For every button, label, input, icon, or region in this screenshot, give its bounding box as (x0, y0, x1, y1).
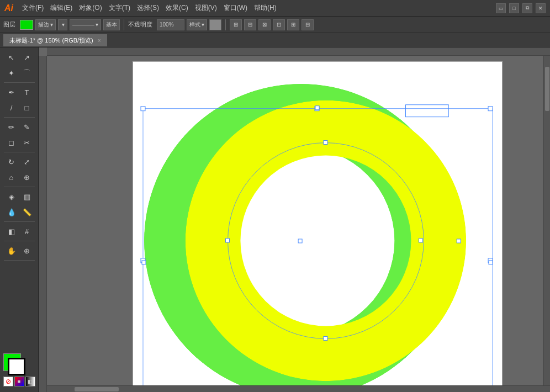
tool-sep2 (4, 117, 35, 118)
magic-wand-tool[interactable]: ✦ (4, 65, 19, 81)
tool-row-9: ◈ ▥ (4, 189, 35, 204)
svg-point-2 (186, 100, 466, 381)
align-btn1[interactable]: ⊞ (230, 19, 242, 30)
hand-tool[interactable]: ✋ (4, 243, 19, 258)
align-btn5[interactable]: ⊞ (287, 19, 299, 30)
menu-effect[interactable]: 效果(C) (166, 3, 188, 13)
svg-point-0 (144, 84, 458, 392)
paintbrush-tool[interactable]: ✏ (4, 119, 19, 135)
chart-tool[interactable]: ▥ (19, 189, 35, 204)
pen-tool[interactable]: ✒ (4, 84, 19, 100)
svg-rect-21 (406, 105, 449, 117)
tool-row-11: ◧ # (4, 224, 35, 239)
dropdown-arrow2: ▾ (62, 22, 65, 28)
style-option-dropdown[interactable]: 样式 ▾ (187, 19, 207, 30)
menu-view[interactable]: 视图(V) (195, 3, 217, 13)
svg-rect-9 (488, 107, 493, 111)
style-color-btn[interactable] (209, 19, 221, 30)
app-logo: Ai (4, 3, 13, 13)
opacity-label: 不透明度 (128, 20, 152, 29)
tool-row-10: 💧 📏 (4, 204, 35, 220)
free-transform-tool[interactable]: ⊕ (19, 169, 35, 185)
vertical-scrollbar[interactable] (543, 56, 550, 385)
align-btn4[interactable]: ⊡ (273, 19, 285, 30)
color-mode-btn[interactable]: ■ (14, 377, 24, 386)
stroke-width-dropdown[interactable]: ———— ▾ (70, 19, 101, 30)
align-btn2[interactable]: ⊟ (244, 19, 256, 30)
tool-sep6 (4, 241, 35, 241)
svg-point-5 (144, 84, 458, 392)
scissors-tool[interactable]: ✂ (19, 135, 35, 150)
document-tab[interactable]: 未标题-1* @ 150% (RGB/预览) × (3, 34, 107, 46)
type-tool[interactable]: T (19, 84, 35, 100)
stroke-dropdown[interactable]: 描边 ▾ (35, 19, 56, 30)
v-scrollbar-thumb[interactable] (545, 67, 549, 111)
zoom-tool[interactable]: ⊕ (19, 243, 35, 258)
tool-row-2: ✦ ⌒ (4, 65, 35, 81)
svg-rect-15 (488, 258, 493, 263)
rotate-tool[interactable]: ↻ (4, 154, 19, 169)
menu-file[interactable]: 文件(F) (22, 3, 44, 13)
eyedropper-tool[interactable]: 💧 (4, 204, 19, 220)
arrange-button[interactable]: ⧉ (522, 3, 532, 13)
stroke-swatch[interactable] (8, 358, 25, 375)
svg-rect-27 (457, 239, 461, 243)
stroke-type-dropdown[interactable]: ▾ (58, 19, 67, 30)
canvas-area (39, 47, 550, 392)
svg-rect-18 (419, 239, 422, 242)
stroke-label: 描边 (38, 21, 49, 29)
gradient-tool[interactable]: ◧ (4, 224, 19, 239)
direct-selection-tool[interactable]: ↗ (19, 50, 35, 65)
style-dropdown[interactable]: 基本 (103, 19, 120, 30)
tool-sep5 (4, 221, 35, 222)
pencil-tool[interactable]: ✎ (19, 119, 35, 135)
maximize-button[interactable]: □ (509, 3, 519, 13)
svg-point-1 (208, 147, 395, 335)
align-btn6[interactable]: ⊟ (302, 19, 314, 30)
svg-rect-20 (324, 336, 327, 340)
color-swatches: ⊘ ■ ◧ (0, 350, 39, 390)
tab-title: 未标题-1* @ 150% (RGB/预览) (9, 36, 93, 45)
color-mode-row: ⊘ ■ ◧ (3, 377, 35, 386)
menu-object[interactable]: 对象(O) (79, 3, 102, 13)
tool-row-1: ↖ ↗ (4, 50, 35, 65)
svg-point-6 (186, 100, 466, 381)
menu-help[interactable]: 帮助(H) (254, 3, 277, 13)
tab-close-btn[interactable]: × (98, 38, 101, 44)
opacity-input[interactable] (157, 19, 184, 30)
toolbar-sep1 (124, 19, 124, 30)
close-button[interactable]: ✕ (536, 3, 546, 13)
style-label: 样式 (189, 21, 200, 29)
rect-tool[interactable]: □ (19, 100, 35, 115)
minimize-button[interactable]: ▭ (496, 3, 506, 13)
svg-rect-8 (141, 107, 145, 111)
blend-tool[interactable]: ◈ (4, 189, 19, 204)
tool-row-3: ✒ T (4, 84, 35, 100)
menu-edit[interactable]: 编辑(E) (50, 3, 72, 13)
lasso-tool[interactable]: ⌒ (19, 65, 35, 81)
measure-tool[interactable]: 📏 (19, 204, 35, 220)
fill-color-box[interactable] (20, 20, 33, 30)
title-bar: Ai 文件(F) 编辑(E) 对象(O) 文字(T) 选择(S) 效果(C) 视… (0, 0, 550, 17)
toolbox: ↖ ↗ ✦ ⌒ ✒ T / □ ✏ ✎ ◻ ✂ ↻ ⤢ ⌂ (0, 47, 39, 392)
gradient-mode-btn[interactable]: ◧ (25, 377, 35, 386)
eraser-tool[interactable]: ◻ (4, 135, 19, 150)
svg-point-4 (144, 84, 458, 392)
scale-tool[interactable]: ⤢ (19, 154, 35, 169)
menu-window[interactable]: 窗口(W) (224, 3, 247, 13)
menu-type[interactable]: 文字(T) (109, 3, 130, 13)
tool-sep7 (4, 260, 35, 261)
fill-none-btn[interactable]: ⊘ (3, 377, 13, 386)
artboard[interactable] (133, 61, 503, 392)
dropdown-arrow: ▾ (50, 22, 53, 28)
menu-select[interactable]: 选择(S) (137, 3, 159, 13)
warp-tool[interactable]: ⌂ (4, 169, 19, 185)
align-btn3[interactable]: ⊠ (258, 19, 271, 30)
svg-rect-22 (142, 261, 146, 264)
selection-tool[interactable]: ↖ (4, 50, 19, 65)
horizontal-scrollbar[interactable] (47, 385, 550, 392)
line-tool[interactable]: / (4, 100, 19, 115)
h-scrollbar-thumb[interactable] (75, 387, 119, 391)
mesh-tool[interactable]: # (19, 224, 35, 239)
svg-rect-19 (324, 141, 327, 145)
